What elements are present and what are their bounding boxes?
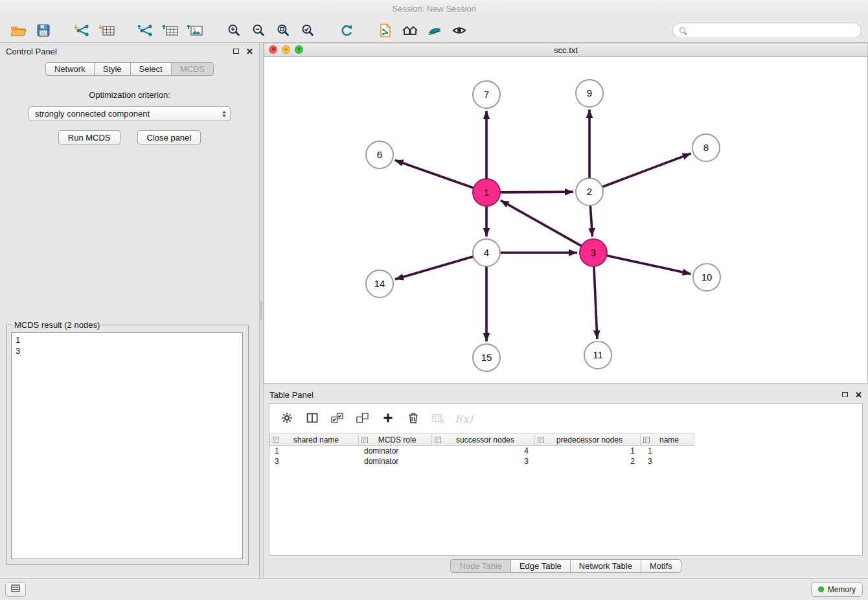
close-window-button[interactable]: ✕ [269,45,277,54]
style-brush-icon [428,25,442,36]
network-file-button[interactable] [373,21,398,40]
eye-button[interactable] [447,21,472,40]
graph-node-11[interactable]: 11 [584,341,611,369]
svg-text:14: 14 [374,278,385,289]
tab-style[interactable]: Style [94,62,131,76]
import-network-button[interactable] [70,21,95,40]
zoom-in-button[interactable] [222,21,246,40]
search-box[interactable] [672,23,862,38]
svg-text:1: 1 [484,187,489,198]
select-all-button[interactable] [328,409,347,428]
graph-edge-1-2[interactable] [499,192,573,192]
minimize-window-button[interactable]: − [282,45,290,54]
delete-column-button[interactable] [404,409,423,428]
graph-node-10[interactable]: 10 [693,264,720,291]
column-options-icon[interactable] [273,437,279,443]
column-header-MCDS-role[interactable]: MCDS role [358,433,432,446]
column-options-icon[interactable] [435,437,441,443]
style-brush-button[interactable] [422,21,447,40]
graph-node-15[interactable]: 15 [473,344,500,371]
table-cell: 3 [269,457,359,466]
float-panel-icon[interactable] [233,49,239,54]
table-tab-node-table[interactable]: Node Table [450,559,511,573]
zoom-selected-button[interactable] [295,21,320,40]
column-header-name[interactable]: name [640,433,694,446]
dropdown-selected-value: strongly connected component [35,109,150,119]
export-network-button[interactable] [133,21,158,40]
window-titlebar: Session: New Session [0,0,868,18]
show-hide-panels-button[interactable] [5,583,26,597]
table-tab-network-table[interactable]: Network Table [570,559,641,573]
graph-edge-4-14[interactable] [395,256,475,279]
column-options-icon[interactable] [361,437,368,443]
memory-button[interactable]: Memory [811,583,863,597]
refresh-icon [339,24,354,37]
refresh-button[interactable] [334,21,359,40]
deselect-all-button[interactable] [353,409,372,428]
float-table-panel-icon[interactable] [842,392,848,397]
table-row[interactable]: 3dominator323 [269,456,862,467]
graph-edge-3-1[interactable] [501,200,583,246]
function-builder-icon: f(x) [455,413,472,425]
graph-node-7[interactable]: 7 [473,81,500,108]
zoom-fit-icon [277,24,290,37]
graph-node-14[interactable]: 14 [366,270,393,297]
graph-edge-1-6[interactable] [395,160,475,188]
run-mcds-button[interactable]: Run MCDS [58,130,120,144]
import-table-button[interactable] [95,21,119,40]
column-options-icon[interactable] [643,437,650,443]
window-title: Session: New Session [392,4,475,14]
optimization-criterion-select[interactable]: strongly connected component [29,106,231,121]
zoom-fit-button[interactable] [271,21,295,40]
network-canvas[interactable]: 7968124314101511 [264,57,867,383]
search-input[interactable] [690,25,854,35]
graph-edge-3-10[interactable] [606,255,691,274]
control-panel: Control Panel ✕ NetworkStyleSelectMCDS O… [0,43,260,578]
graph-edge-2-3[interactable] [590,204,592,237]
save-session-button[interactable] [31,21,56,40]
tab-network[interactable]: Network [45,62,95,76]
close-table-panel-icon[interactable]: ✕ [855,391,862,399]
graph-node-3[interactable]: 3 [580,239,607,266]
svg-text:6: 6 [377,149,382,160]
table-cell: 3 [643,457,697,466]
open-session-button[interactable] [6,21,31,40]
graph-node-1[interactable]: 1 [473,179,500,206]
add-column-button[interactable] [378,409,398,428]
table-panel: Table Panel ✕ f(x) shared nameMCDS roles… [264,386,868,578]
graph-node-4[interactable]: 4 [473,239,500,266]
table-tab-edge-table[interactable]: Edge Table [510,559,571,573]
memory-label: Memory [828,585,856,594]
mcds-result-list[interactable]: 13 [11,332,243,559]
gear-button[interactable] [277,409,297,428]
graph-edge-2-8[interactable] [601,154,691,187]
close-panel-button[interactable]: Close panel [137,130,201,144]
eye-icon [452,25,466,36]
graph-node-9[interactable]: 9 [576,80,603,107]
column-options-icon[interactable] [538,437,544,443]
graph-node-8[interactable]: 8 [692,134,720,161]
table-cell: 2 [536,457,643,466]
graph-node-6[interactable]: 6 [366,141,393,168]
export-image-icon [187,24,203,37]
export-table-button[interactable] [158,21,183,40]
table-body: 1dominator4113dominator323 [269,446,862,467]
table-row[interactable]: 1dominator411 [269,446,862,456]
zoom-window-icon: + [297,47,301,52]
tab-mcds[interactable]: MCDS [171,62,214,76]
export-image-button[interactable] [183,21,207,40]
columns-button[interactable] [303,409,322,428]
column-header-predecessor-nodes[interactable]: predecessor nodes [534,433,641,446]
export-network-icon [137,24,154,37]
column-header-shared-name[interactable]: shared name [269,433,359,446]
graph-node-2[interactable]: 2 [576,178,603,205]
network-window: ✕ − + scc.txt 7968124314101511 [264,43,868,384]
close-panel-icon[interactable]: ✕ [246,47,253,56]
table-tab-motifs[interactable]: Motifs [641,559,681,573]
zoom-window-button[interactable]: + [295,45,303,54]
tab-select[interactable]: Select [130,62,172,76]
column-header-successor-nodes[interactable]: successor nodes [431,433,535,446]
graph-edge-3-11[interactable] [594,265,597,339]
overview-button[interactable] [398,21,422,40]
zoom-out-button[interactable] [246,21,271,40]
